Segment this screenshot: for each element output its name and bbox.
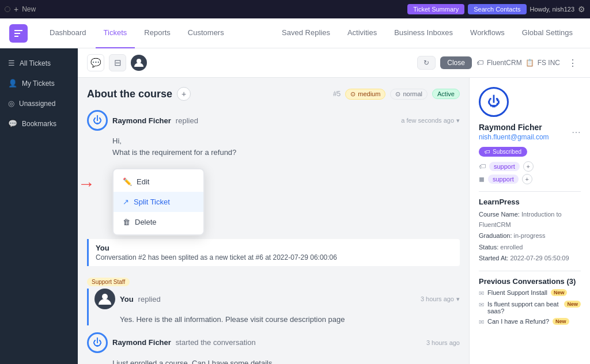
ticket-title: About the course	[87, 88, 172, 100]
dropdown-menu: ✏️ Edit ↗ Split Ticket 🗑 Delete	[112, 168, 205, 236]
new-badge-1: New	[551, 289, 568, 296]
nav-dashboard[interactable]: Dashboard	[41, 18, 94, 48]
nav-customers[interactable]: Customers	[180, 18, 232, 48]
svg-point-0	[137, 59, 141, 63]
conv-item-1[interactable]: ✉ Fluent Support Install New	[479, 289, 581, 297]
arrow-indicator: →	[78, 174, 95, 194]
add-tag-1[interactable]: +	[523, 161, 534, 172]
nav-reports[interactable]: Reports	[136, 18, 179, 48]
ticket-number: #5	[333, 90, 341, 98]
dropdown-area: → ✏️ Edit ↗ Split Ticket	[112, 162, 460, 230]
message-1-time: a few seconds ago ▾	[401, 117, 460, 124]
expand-icon-2[interactable]: ▾	[456, 295, 460, 303]
ticket-assignee-avatar	[131, 55, 147, 71]
split-icon: ↗	[123, 198, 129, 206]
split-label: Split Ticket	[134, 198, 170, 206]
ticket-title-row: About the course + #5 ⊙ medium ⊙ normal …	[87, 87, 460, 101]
settings-icon[interactable]: ⚙	[578, 5, 585, 14]
message-3-sender: Raymond Ficher	[112, 338, 171, 347]
add-tag-button[interactable]: +	[177, 87, 191, 101]
ticket-header: 💬 ⊟ ↻ Close 🏷 FluentCRM 📋 FS INC ⋮	[78, 48, 590, 78]
tags-row-2: ◼ support +	[479, 174, 581, 184]
status-row: Status: enrolled	[479, 242, 581, 253]
sidebar-label-unassigned: Unassigned	[19, 100, 55, 108]
add-tag-2[interactable]: +	[522, 174, 532, 184]
tag-label-icon-2: ◼	[479, 175, 485, 183]
ticket-meta: 🏷 FluentCRM 📋 FS INC	[476, 59, 560, 67]
chat-view-button[interactable]: 💬	[87, 54, 104, 71]
nav-global-settings[interactable]: Global Settings	[514, 18, 581, 48]
plus-icon[interactable]: +	[14, 5, 18, 14]
message-3-header: ⏻ Raymond Ficher started the conversatio…	[87, 332, 460, 353]
message-1: ⏻ Raymond Ficher replied a few seconds a…	[87, 110, 460, 230]
message-you-action: replied	[138, 295, 161, 304]
edit-icon: ✏️	[123, 177, 132, 186]
contact-name-row: Raymond Ficher nish.fluent@gmail.com ⋯	[479, 123, 581, 141]
expand-icon[interactable]: ▾	[456, 117, 460, 124]
new-tab-label: New	[22, 5, 36, 13]
top-bar-actions: Ticket Summary Search Contacts Howdy, ni…	[407, 4, 585, 14]
tag-label-icon: 🏷	[479, 162, 486, 170]
contact-email: nish.fluent@gmail.com	[479, 133, 549, 141]
priority-badge: ⊙ medium	[345, 89, 385, 100]
message-3-body: I just enrolled a course. Can I have som…	[112, 358, 460, 365]
tags-row-1: 🏷 support +	[479, 161, 581, 172]
contact-name: Raymond Ficher	[479, 123, 549, 132]
dropdown-split-ticket[interactable]: ↗ Split Ticket	[114, 192, 203, 212]
sidebar-label-bookmarks: Bookmarks	[22, 120, 56, 128]
type-dot: ⊙	[395, 90, 400, 98]
message-you-avatar	[94, 289, 115, 309]
conv-item-2[interactable]: ✉ Is fluent support can beat saas? New	[479, 301, 581, 314]
eye-icon: ◎	[8, 99, 14, 108]
new-badge-3: New	[553, 318, 569, 325]
course-name-row: Course Name: Introduction to FluentCRM	[479, 210, 581, 230]
company-icon: 📋	[525, 59, 534, 67]
delete-label: Delete	[135, 218, 157, 226]
dropdown-edit[interactable]: ✏️ Edit	[114, 172, 203, 192]
tab-dot	[5, 6, 10, 12]
priority-dot: ⊙	[350, 90, 355, 98]
detail-view-button[interactable]: ⊟	[109, 54, 126, 71]
nav-activities[interactable]: Activities	[339, 18, 385, 48]
email-icon-1: ✉	[479, 290, 484, 297]
message-1-header: ⏻ Raymond Ficher replied a few seconds a…	[87, 110, 460, 131]
message-3-time: 3 hours ago	[426, 339, 460, 346]
message-3-action: started the conversation	[176, 338, 256, 347]
search-contacts-button[interactable]: Search Contacts	[468, 4, 526, 14]
conv-item-3[interactable]: ✉ Can I have a Refund? New	[479, 318, 581, 326]
refresh-button[interactable]: ↻	[417, 56, 436, 70]
nav-tickets[interactable]: Tickets	[96, 18, 135, 48]
nav-workflows[interactable]: Workflows	[462, 18, 513, 48]
message-you-header: You replied 3 hours ago ▾	[94, 289, 460, 309]
howdy-label: Howdy, nish123	[530, 6, 574, 13]
tickets-icon: ☰	[8, 59, 15, 67]
sidebar-item-bookmarks[interactable]: 💬 Bookmarks	[0, 113, 78, 134]
sidebar-item-all-tickets[interactable]: ☰ All Tickets	[0, 53, 78, 73]
system-sender: You	[96, 244, 109, 252]
logo	[9, 24, 28, 43]
message-1-action: replied	[176, 116, 198, 125]
main-layout: ☰ All Tickets 👤 My Tickets ◎ Unassigned …	[0, 48, 590, 364]
ticket-content: About the course + #5 ⊙ medium ⊙ normal …	[78, 78, 469, 364]
nav-bar: Dashboard Tickets Reports Customers Save…	[0, 18, 590, 48]
ticket-menu-button[interactable]: ⋮	[565, 56, 581, 70]
nav-business-inboxes[interactable]: Business Inboxes	[386, 18, 461, 48]
email-icon-3: ✉	[479, 318, 484, 326]
new-badge-2: New	[564, 301, 581, 308]
close-ticket-button[interactable]: Close	[440, 56, 472, 69]
type-badge: ⊙ normal	[390, 89, 428, 100]
message-you-time: 3 hours ago ▾	[421, 295, 460, 303]
message-1-body: Hi, What is the requirement for a refund…	[112, 135, 460, 158]
nav-right: Saved Replies Activities Business Inboxe…	[274, 18, 581, 48]
learnpress-title: LearnPress	[479, 191, 581, 206]
sidebar-item-my-tickets[interactable]: 👤 My Tickets	[0, 73, 78, 93]
nav-saved-replies[interactable]: Saved Replies	[274, 18, 338, 48]
company-label: FS INC	[538, 59, 560, 67]
contact-menu-icon[interactable]: ⋯	[572, 127, 581, 138]
dropdown-delete[interactable]: 🗑 Delete	[114, 212, 203, 232]
right-panel: ⏻ Raymond Ficher nish.fluent@gmail.com ⋯…	[469, 78, 590, 364]
top-bar: + New Ticket Summary Search Contacts How…	[0, 0, 590, 18]
sidebar-item-unassigned[interactable]: ◎ Unassigned	[0, 93, 78, 113]
subscribed-badge: 🏷 Subscribed	[479, 147, 527, 157]
ticket-summary-button[interactable]: Ticket Summary	[407, 4, 464, 14]
